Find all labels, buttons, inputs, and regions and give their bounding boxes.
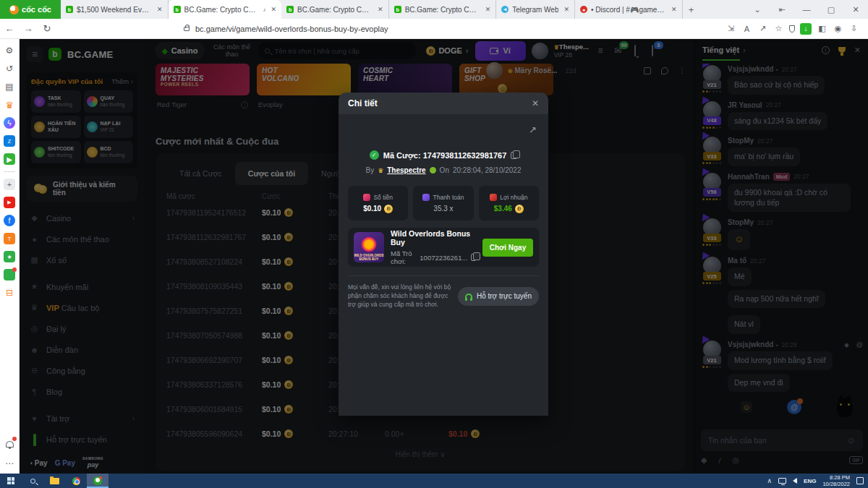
- games-controller-icon[interactable]: ▶: [4, 153, 15, 165]
- download-manager-icon[interactable]: ↓: [800, 23, 812, 35]
- browser-tab-4[interactable]: b BC.Game: Crypto Casino Gan ✕: [389, 0, 497, 19]
- copy-icon[interactable]: [511, 152, 517, 159]
- reload-button[interactable]: ↻: [38, 23, 56, 34]
- telegram-favicon: ◂: [501, 6, 509, 13]
- bet-datetime: 20:28:04, 28/10/2022: [453, 166, 522, 174]
- lock-icon[interactable]: [184, 27, 190, 31]
- forward-button[interactable]: →: [19, 23, 38, 34]
- tab-close-icon[interactable]: ✕: [378, 6, 383, 13]
- stat-profit: Lợi nhuận $3.46: [479, 186, 539, 221]
- window-close-button[interactable]: ✕: [843, 0, 868, 19]
- reading-list-icon[interactable]: ▤: [4, 81, 15, 93]
- browser-toolbar: ← → ↻ bc.game/vi/game/wild-overlords-bon…: [0, 19, 868, 39]
- bookmark-star-icon[interactable]: ☆: [773, 24, 784, 33]
- action-center-icon[interactable]: [856, 477, 864, 484]
- game-info-box: WILD OVERLORDSBONUS BUY Wild Overlords B…: [348, 228, 539, 267]
- profit-icon: [490, 194, 497, 201]
- language-indicator[interactable]: ENG: [804, 478, 816, 484]
- amount-icon: [363, 194, 370, 201]
- coccoc-brand[interactable]: cốc cốc: [0, 0, 61, 19]
- browser-tab-5[interactable]: ◂ Telegram Web ✕: [496, 0, 575, 19]
- browser-tab-1[interactable]: b $1,500 Weekend Evoplay Mu ✕: [61, 0, 169, 19]
- back-button[interactable]: ←: [0, 23, 19, 34]
- tab-close-icon[interactable]: ✕: [485, 6, 491, 13]
- bet-details-modal: Chi tiết ✕ ↗ ✓ Mã Cược: 1747938112632981…: [339, 93, 548, 416]
- facebook-icon[interactable]: f: [4, 215, 15, 226]
- verified-shield-icon: ✓: [370, 150, 379, 160]
- adblock-shield-icon[interactable]: [789, 25, 795, 33]
- window-minimize-button[interactable]: —: [794, 0, 819, 19]
- headset-icon: [465, 294, 472, 299]
- volume-icon[interactable]: [793, 478, 797, 484]
- tab-audio-icon[interactable]: ♪: [263, 7, 266, 13]
- modal-title: Chi tiết: [348, 98, 378, 108]
- promo-app-icon[interactable]: [4, 269, 15, 281]
- clock[interactable]: 8:28 PM10/28/2022: [822, 474, 850, 488]
- browser-sidebar: ⚙ ↺ ▤ ♛ ϟ Z ▶ + ▶ f T ★ ⊟ ⋯: [0, 39, 20, 474]
- gift-app-icon[interactable]: ★: [4, 251, 15, 262]
- bet-user-link[interactable]: Thespectre: [387, 166, 425, 174]
- taskbar-search-icon[interactable]: [22, 474, 43, 488]
- chrome-icon[interactable]: [65, 474, 87, 488]
- doge-coin-icon: [515, 205, 524, 213]
- share-icon[interactable]: ↗: [529, 124, 537, 135]
- extensions-icon[interactable]: ◧: [817, 24, 827, 33]
- stat-amount: Số tiền $0.10: [348, 186, 408, 221]
- bcgame-favicon: b: [66, 6, 73, 13]
- payout-icon: [422, 194, 430, 201]
- media-download-icon[interactable]: ⇤: [770, 0, 794, 19]
- tab-close-icon[interactable]: ✕: [671, 6, 677, 13]
- shopping-cart-icon[interactable]: ⊟: [4, 287, 15, 299]
- address-bar[interactable]: bc.game/vi/game/wild-overlords-bonus-buy…: [195, 25, 388, 33]
- bet-id-value: 1747938112632981767: [423, 151, 507, 160]
- downloads-tray-icon[interactable]: ⇩: [848, 24, 859, 33]
- browser-tabstrip: cốc cốc b $1,500 Weekend Evoplay Mu ✕ b …: [0, 0, 868, 19]
- vip-crown-icon[interactable]: ♛: [4, 99, 15, 111]
- tab-close-icon[interactable]: ✕: [563, 6, 569, 13]
- file-explorer-icon[interactable]: [43, 474, 65, 488]
- browser-tab-6[interactable]: ● • Discord | #🎮games | BC G ✕: [575, 0, 683, 19]
- settings-gear-icon[interactable]: ⚙: [4, 45, 15, 56]
- tab-close-icon[interactable]: ✕: [271, 6, 277, 13]
- play-now-button[interactable]: Chơi Ngay: [482, 239, 533, 257]
- zalo-icon[interactable]: Z: [4, 135, 15, 147]
- copy-icon[interactable]: [471, 254, 476, 261]
- bcgame-favicon: b: [394, 6, 401, 13]
- discord-favicon: ●: [580, 6, 587, 13]
- window-maximize-button[interactable]: ▢: [819, 0, 843, 19]
- history-icon[interactable]: ↺: [4, 63, 15, 74]
- tiki-icon[interactable]: T: [4, 233, 15, 244]
- coccoc-taskbar-icon[interactable]: [87, 474, 109, 488]
- coccoc-logo-icon: [9, 5, 19, 14]
- live-support-button[interactable]: Hỗ trợ trực tuyến: [458, 287, 539, 306]
- add-shortcut-button[interactable]: +: [4, 179, 15, 190]
- new-tab-button[interactable]: +: [683, 0, 700, 19]
- start-button[interactable]: [0, 474, 22, 488]
- bcgame-favicon: b: [174, 6, 181, 13]
- browser-tab-2-active[interactable]: b BC.Game: Crypto Casino ♪ ✕: [169, 0, 282, 19]
- translate-icon[interactable]: A: [741, 25, 752, 33]
- frog-emoji-icon: [430, 167, 436, 174]
- network-icon[interactable]: [778, 478, 786, 484]
- sidebar-divider: [4, 171, 15, 172]
- profile-icon[interactable]: ◉: [833, 24, 843, 33]
- save-page-icon[interactable]: ⇲: [726, 24, 736, 33]
- tray-expand-icon[interactable]: ∧: [767, 477, 773, 484]
- tab-search-icon[interactable]: ⌄: [745, 0, 770, 19]
- support-note: Mọi vấn đề, xin vui lòng liên hệ với bộ …: [348, 283, 452, 309]
- game-thumbnail[interactable]: WILD OVERLORDSBONUS BUY: [354, 232, 384, 262]
- game-name: Wild Overlords Bonus Buy: [391, 229, 476, 247]
- tab-close-icon[interactable]: ✕: [157, 6, 163, 13]
- game-id-value: 10072236261...: [420, 254, 467, 262]
- messenger-icon[interactable]: ϟ: [4, 117, 15, 129]
- youtube-icon[interactable]: ▶: [4, 197, 15, 208]
- windows-taskbar: ∧ ENG 8:28 PM10/28/2022: [0, 474, 868, 488]
- browser-tab-3[interactable]: b BC.Game: Crypto Casino Gan ✕: [281, 0, 389, 19]
- crown-icon: ♛: [378, 167, 383, 174]
- stat-payout: Thanh toán 35.3 x: [413, 186, 473, 221]
- modal-close-icon[interactable]: ✕: [532, 98, 539, 108]
- share-page-icon[interactable]: ↗: [757, 24, 768, 33]
- coccoc-brand-label: cốc cốc: [22, 5, 51, 14]
- notification-bell-icon[interactable]: [4, 438, 15, 450]
- more-options-icon[interactable]: ⋯: [4, 458, 15, 469]
